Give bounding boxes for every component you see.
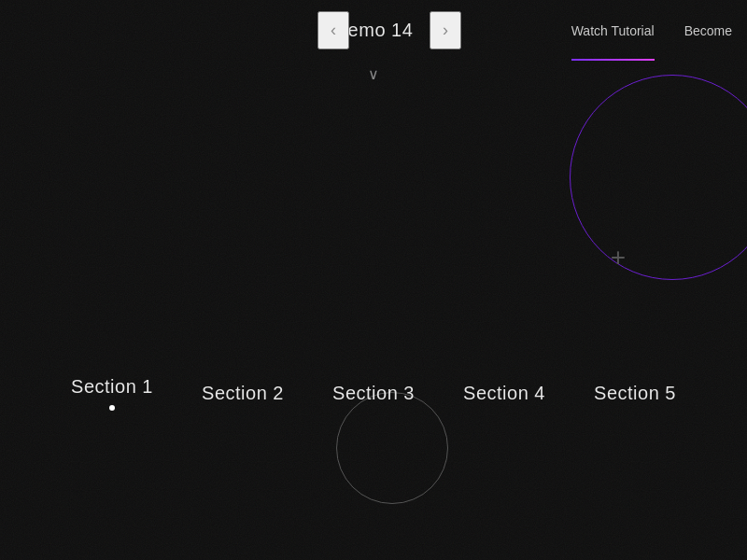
section-2-item[interactable]: Section 2	[202, 383, 284, 404]
section-5-item[interactable]: Section 5	[594, 383, 676, 404]
become-link[interactable]: Become	[669, 0, 747, 61]
section-1-dot	[109, 405, 115, 411]
section-4-item[interactable]: Section 4	[463, 383, 545, 404]
prev-button[interactable]: ‹	[317, 11, 349, 49]
deco-plus-icon: +	[611, 243, 626, 273]
sections-container: Section 1Section 2Section 3Section 4Sect…	[0, 376, 747, 411]
section-1-label: Section 1	[71, 376, 153, 398]
section-1-item[interactable]: Section 1	[71, 376, 153, 411]
section-5-label: Section 5	[594, 383, 676, 404]
watch-tutorial-link[interactable]: Watch Tutorial	[557, 0, 669, 61]
chevron-down-icon[interactable]: ∨	[368, 65, 379, 83]
section-3-label: Section 3	[332, 383, 415, 404]
section-3-item[interactable]: Section 3	[332, 383, 415, 404]
section-2-label: Section 2	[202, 383, 284, 404]
deco-circle-large	[570, 75, 747, 280]
top-nav: Watch Tutorial Become	[557, 0, 747, 61]
section-4-label: Section 4	[463, 383, 545, 404]
header: ‹ Demo 14 › Watch Tutorial Become	[0, 0, 747, 61]
next-button[interactable]: ›	[430, 11, 461, 49]
